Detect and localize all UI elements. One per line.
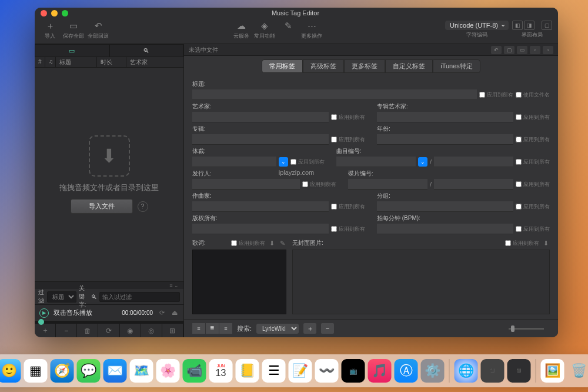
- more-button[interactable]: ⋯更多操作: [301, 21, 322, 40]
- apply-all-copyright[interactable]: 应用到所有: [331, 225, 365, 233]
- apply-all-composer[interactable]: 应用到所有: [331, 203, 365, 211]
- genre-dropdown[interactable]: ⌄: [279, 157, 288, 167]
- encoding-selector[interactable]: Unicode (UTF-8) 字符编码: [445, 21, 509, 39]
- year-input[interactable]: [377, 134, 513, 145]
- apply-all-lyrics[interactable]: 应用到所有: [231, 240, 265, 247]
- prev-button[interactable]: ‹: [530, 46, 540, 54]
- eject-icon[interactable]: ⏏: [171, 309, 179, 317]
- search-source-select[interactable]: LyricWiki: [256, 324, 299, 334]
- col-status[interactable]: ♫: [45, 57, 56, 67]
- magic-button[interactable]: ✎: [279, 21, 298, 32]
- progress-knob[interactable]: [38, 319, 44, 325]
- save-button[interactable]: ▭: [517, 46, 527, 54]
- cover-dropzone[interactable]: [292, 250, 550, 314]
- zoom-button[interactable]: [62, 10, 68, 16]
- dock-messages[interactable]: 💬: [77, 359, 101, 383]
- dock-app1[interactable]: ▪️: [481, 359, 505, 383]
- next-button[interactable]: ›: [543, 46, 553, 54]
- tab-more[interactable]: 更多标签: [344, 59, 385, 73]
- lyrics-edit-icon[interactable]: ✎: [278, 239, 286, 247]
- dock-music[interactable]: 🎵: [368, 359, 392, 383]
- close-button[interactable]: [41, 10, 47, 16]
- dock-mail[interactable]: ✉️: [103, 359, 127, 383]
- progress-bar[interactable]: [35, 321, 183, 323]
- title-input[interactable]: [192, 89, 477, 100]
- apply-all-year[interactable]: 应用到所有: [516, 136, 550, 144]
- play-button[interactable]: ▶: [39, 308, 49, 318]
- dock-launchpad[interactable]: ▦: [24, 359, 48, 383]
- apply-all-genre[interactable]: 应用到所有: [290, 158, 325, 166]
- disc-button[interactable]: ◎: [141, 324, 162, 337]
- apply-all-track[interactable]: 应用到所有: [516, 158, 550, 166]
- apply-all-title[interactable]: 应用到所有: [479, 91, 513, 99]
- dock-contacts[interactable]: 📒: [236, 359, 259, 383]
- import-button[interactable]: ＋导入: [41, 21, 59, 40]
- dock-appstore[interactable]: Ⓐ: [395, 359, 418, 383]
- dock-freeform[interactable]: 〰️: [315, 359, 339, 383]
- tab-itunes[interactable]: iTunes特定: [433, 59, 480, 73]
- align-right-button[interactable]: ≡: [219, 323, 232, 334]
- group-input[interactable]: [377, 201, 513, 212]
- dock-safari[interactable]: 🧭: [51, 359, 74, 383]
- use-filename[interactable]: 使用文件名: [516, 91, 550, 99]
- filter-input[interactable]: [99, 292, 180, 302]
- apply-all-group[interactable]: 应用到所有: [516, 203, 550, 211]
- apply-all-bpm[interactable]: 应用到所有: [516, 225, 550, 233]
- align-left-button[interactable]: ≡: [192, 323, 205, 334]
- track-num-input[interactable]: [336, 157, 416, 167]
- lyrics-textarea[interactable]: [192, 250, 286, 314]
- dock-calendar[interactable]: JUN13: [209, 359, 233, 383]
- col-title[interactable]: 标题: [56, 57, 97, 67]
- undo-all-button[interactable]: ↶全部回滚: [88, 21, 109, 40]
- folder-tab[interactable]: ▭: [35, 44, 109, 57]
- dock-facetime[interactable]: 📹: [183, 359, 206, 383]
- visibility-button[interactable]: ◉: [120, 324, 141, 337]
- disc-num-input[interactable]: [348, 179, 427, 190]
- dock-finder[interactable]: 🙂: [0, 359, 21, 383]
- grid-button[interactable]: ⊞: [162, 324, 183, 337]
- copyright-input[interactable]: [192, 224, 329, 234]
- tab-common[interactable]: 常用标签: [262, 59, 303, 73]
- dock-preview[interactable]: 🖼️: [541, 359, 564, 383]
- dropzone[interactable]: ⬇ 拖拽音频文件或者目录到这里 导入文件 ?: [35, 68, 183, 281]
- publisher-input[interactable]: [192, 179, 300, 190]
- dock-photos[interactable]: 🌸: [156, 359, 180, 383]
- dock-tv[interactable]: 📺: [342, 359, 365, 383]
- artist-input[interactable]: [192, 112, 329, 122]
- track-dropdown[interactable]: ⌄: [418, 157, 427, 167]
- remove-button[interactable]: −: [56, 324, 77, 337]
- align-center-button[interactable]: ≣: [206, 323, 219, 334]
- dock-trash[interactable]: 🗑️: [567, 359, 589, 383]
- dock-reminders[interactable]: ☰: [262, 359, 286, 383]
- col-num[interactable]: #: [35, 57, 45, 67]
- composer-input[interactable]: [192, 201, 329, 212]
- refresh-button[interactable]: ⟳: [98, 324, 119, 337]
- apply-all-disc[interactable]: 应用到所有: [516, 181, 550, 188]
- help-button[interactable]: ?: [138, 201, 148, 212]
- layout-left-button[interactable]: ◧: [512, 21, 523, 30]
- repeat-icon[interactable]: ⟳: [158, 309, 166, 317]
- cover-remove-button[interactable]: −: [321, 323, 334, 334]
- slider-knob[interactable]: [511, 325, 514, 332]
- dock-settings[interactable]: ⚙️: [421, 359, 445, 383]
- lyrics-download-icon[interactable]: ⬇: [268, 239, 276, 247]
- dock-maps[interactable]: 🗺️: [130, 359, 153, 383]
- album-input[interactable]: [192, 134, 329, 145]
- dock-app2[interactable]: ▪️: [507, 359, 531, 383]
- bpm-input[interactable]: [377, 224, 513, 234]
- minimize-button[interactable]: [51, 10, 58, 16]
- search-tab[interactable]: 🔍︎: [109, 44, 184, 57]
- common-button[interactable]: ◈常用功能: [254, 21, 275, 40]
- apply-all-album[interactable]: 应用到所有: [331, 136, 365, 144]
- col-artist[interactable]: 艺术家: [126, 57, 183, 67]
- cover-size-slider[interactable]: [339, 328, 550, 330]
- cover-add-button[interactable]: ＋: [303, 323, 316, 334]
- apply-all-publisher[interactable]: 应用到所有: [302, 181, 336, 188]
- tab-custom[interactable]: 自定义标签: [385, 59, 433, 73]
- dock-notes[interactable]: 📝: [289, 359, 312, 383]
- apply-all-album-artist[interactable]: 应用到所有: [516, 114, 550, 121]
- apply-all-artist[interactable]: 应用到所有: [331, 114, 365, 121]
- genre-input[interactable]: [192, 157, 276, 167]
- layout-single-button[interactable]: ▢: [542, 21, 552, 30]
- dock-chrome[interactable]: 🌐: [455, 359, 478, 383]
